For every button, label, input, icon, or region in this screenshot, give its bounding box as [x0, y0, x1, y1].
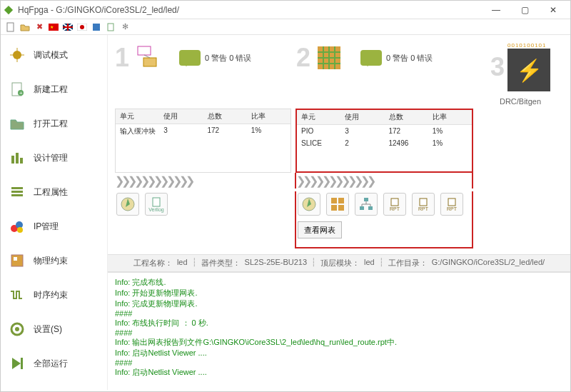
svg-rect-20 — [11, 194, 23, 196]
placeroute-icon — [315, 44, 343, 72]
svg-rect-19 — [11, 191, 23, 193]
maximize-button[interactable]: ▢ — [510, 1, 539, 19]
svg-rect-30 — [143, 58, 156, 66]
svg-point-27 — [15, 327, 19, 331]
stage-1: 1 0 警告 0 错误 — [115, 42, 292, 106]
log-line: #### — [115, 358, 563, 367]
sidebar-item-design[interactable]: 设计管理 — [1, 141, 107, 175]
col-ratio: 比率 — [428, 110, 472, 124]
view-netlist-button[interactable]: 查看网表 — [298, 221, 342, 238]
sidebar-item-label: 设计管理 — [34, 152, 68, 164]
minimize-button[interactable]: — — [482, 1, 510, 19]
status-bar: 工程名称：led┆ 器件类型：SL2S-25E-BU213┆ 顶层模块：led┆… — [108, 254, 570, 272]
run-icon — [8, 354, 26, 373]
log-line: Info: 输出网表报告到文件G:\GINGKO\iCore3SL\2_led\… — [115, 337, 563, 348]
book-icon[interactable] — [91, 21, 102, 33]
sidebar-item-label: 工程属性 — [34, 186, 68, 198]
log-line: #### — [115, 309, 563, 318]
svg-rect-51 — [448, 198, 455, 206]
svg-rect-40 — [153, 198, 160, 206]
resource-table-2: 单元 使用 总数 比率 PIO31721% SLICE2124961% — [295, 109, 473, 173]
table-row: SLICE2124961% — [297, 137, 472, 149]
doc-icon[interactable] — [105, 21, 116, 33]
stage-row: 1 0 警告 0 错误 2 0 警告 0 错误 — [108, 35, 570, 106]
svg-point-23 — [17, 227, 23, 233]
close-button[interactable]: ✕ — [539, 1, 567, 19]
open-project-icon — [8, 114, 26, 133]
debug-icon — [8, 46, 26, 64]
log-line: Info: 完成布线. — [115, 277, 563, 288]
svg-rect-25 — [14, 257, 17, 261]
svg-rect-1 — [7, 23, 14, 31]
tools-block-1: Verilog — [115, 191, 290, 248]
svg-rect-17 — [20, 158, 23, 164]
svg-rect-8 — [108, 24, 113, 31]
sidebar-item-settings[interactable]: 设置(S) — [1, 312, 107, 346]
flag-en-icon[interactable] — [62, 21, 74, 33]
sidebar-item-label: IP管理 — [34, 221, 59, 233]
svg-rect-29 — [138, 46, 151, 55]
speech-icon — [360, 50, 382, 66]
svg-rect-16 — [16, 153, 19, 164]
new-icon[interactable] — [5, 21, 16, 33]
table-header: 单元 使用 总数 比率 — [116, 109, 290, 124]
svg-rect-15 — [11, 156, 14, 164]
physical-icon — [8, 251, 26, 270]
svg-point-6 — [80, 25, 84, 29]
svg-rect-49 — [391, 198, 398, 206]
tree-icon[interactable] — [355, 193, 378, 216]
svg-text:+: + — [19, 90, 23, 96]
toolbar: ✖ ★ ✻ — [1, 19, 570, 35]
compass-icon[interactable] — [116, 193, 139, 216]
open-icon[interactable] — [19, 21, 31, 33]
svg-marker-0 — [4, 5, 13, 14]
sidebar-item-props[interactable]: 工程属性 — [1, 175, 107, 209]
sidebar-item-new[interactable]: + 新建工程 — [1, 72, 107, 106]
progress-arrows-2: ❯❯❯❯❯❯❯❯❯❯❯❯ — [295, 173, 473, 189]
log-panel[interactable]: Info: 完成布线.Info: 开始更新物理网表.Info: 完成更新物理网表… — [108, 272, 570, 390]
flag-cn-icon[interactable]: ★ — [48, 21, 59, 33]
svg-rect-18 — [11, 187, 23, 189]
compass-icon[interactable] — [298, 193, 320, 216]
ip-icon — [8, 217, 26, 236]
timing-icon — [8, 286, 26, 304]
sidebar-item-debug[interactable]: 调试模式 — [1, 38, 107, 72]
synthesis-icon — [133, 44, 162, 72]
list-icon — [8, 183, 26, 201]
warn-text: 0 警告 0 错误 — [205, 53, 251, 64]
svg-rect-45 — [338, 205, 344, 211]
col-unit: 单元 — [297, 110, 340, 124]
table-row: PIO31721% — [297, 125, 472, 137]
sidebar-item-ip[interactable]: IP管理 — [1, 209, 107, 243]
flag-jp-icon[interactable] — [76, 21, 88, 33]
svg-rect-44 — [331, 205, 337, 211]
sidebar-item-label: 新建工程 — [34, 84, 68, 96]
chip-icon: ⚡ — [507, 49, 550, 91]
sidebar-item-physical[interactable]: 物理约束 — [1, 243, 107, 278]
sidebar-item-label: 物理约束 — [34, 255, 68, 267]
col-ratio: 比率 — [247, 109, 290, 124]
rpt-icon[interactable]: RPT — [440, 193, 463, 216]
warn-text: 0 警告 0 错误 — [386, 53, 433, 64]
grid-icon[interactable] — [326, 193, 349, 216]
svg-rect-46 — [364, 198, 368, 201]
stage-number: 1 — [115, 45, 129, 71]
sidebar-item-timing[interactable]: 时序约束 — [1, 278, 107, 312]
stage-number: 3 — [490, 54, 505, 80]
stage-number: 2 — [296, 45, 310, 71]
sidebar-item-runall[interactable]: 全部运行 — [1, 346, 107, 381]
rpt-icon[interactable]: RPT — [383, 193, 406, 216]
rpt-icon[interactable]: RPT — [412, 193, 435, 216]
close-proj-icon[interactable]: ✖ — [34, 21, 45, 33]
col-total: 总数 — [203, 109, 247, 124]
table-row: 输入缓冲块31721% — [116, 124, 290, 139]
sidebar-item-open[interactable]: 打开工程 — [1, 106, 107, 141]
log-line: Info: 开始更新物理网表. — [115, 288, 563, 298]
stage3-label: DRC/Bitgen — [500, 97, 541, 106]
resource-table-1: 单元 使用 总数 比率 输入缓冲块31721% — [115, 109, 291, 173]
gear-icon[interactable]: ✻ — [119, 21, 131, 33]
verilog-icon[interactable]: Verilog — [145, 193, 168, 216]
svg-rect-7 — [93, 24, 100, 31]
speech-icon — [179, 50, 201, 66]
sidebar-item-label: 设置(S) — [34, 323, 62, 336]
